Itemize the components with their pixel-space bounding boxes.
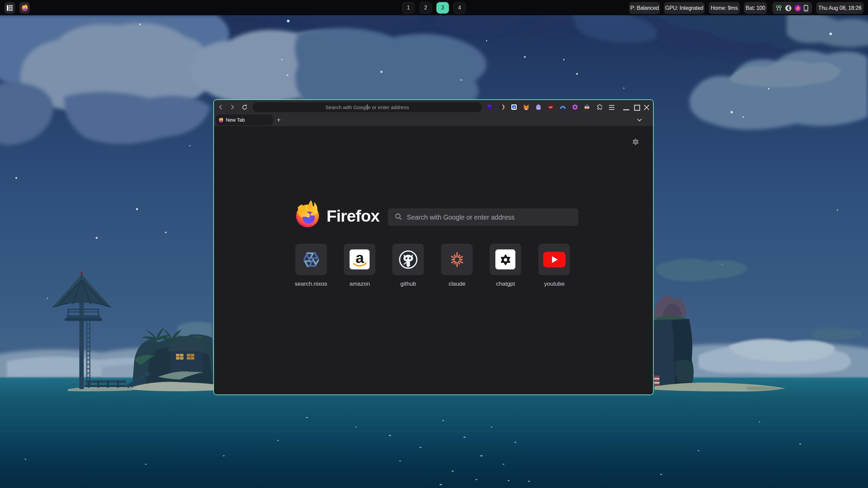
svg-text:a: a: [355, 251, 364, 266]
svg-text:UO: UO: [549, 106, 553, 108]
